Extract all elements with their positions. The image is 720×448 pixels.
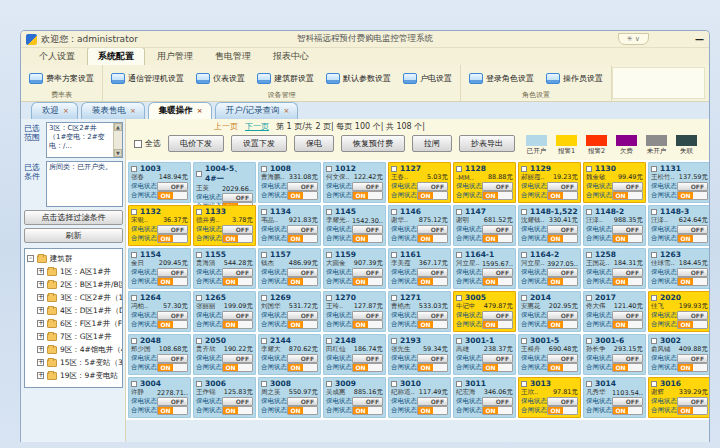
switch-toggle-on[interactable]: ON [222,320,253,329]
card-checkbox[interactable] [651,209,657,215]
menu-item-3[interactable]: 用户管理 [147,48,203,65]
protect-toggle-off[interactable]: OFF [157,311,188,320]
protect-toggle-off[interactable]: OFF [157,268,188,277]
card-checkbox[interactable] [391,381,397,387]
menu-item-5[interactable]: 报表中心 [263,48,319,65]
ribbon-button[interactable]: 户电设置 [401,72,454,85]
protect-toggle-off[interactable]: OFF [352,268,383,277]
card-checkbox[interactable] [586,252,592,258]
switch-toggle-on[interactable]: ON [482,277,513,286]
tab-2[interactable]: 装表售电× [81,102,145,119]
switch-toggle-on[interactable]: ON [352,234,383,243]
tree-node[interactable]: +15区：5#变站（3#变 [27,356,120,369]
protect-toggle-off[interactable]: OFF [287,182,318,191]
ribbon-button[interactable]: 通信管理机设置 [109,72,186,85]
switch-toggle-on[interactable]: ON [612,234,643,243]
protect-toggle-off[interactable]: OFF [287,397,318,406]
protect-toggle-off[interactable]: OFF [677,268,708,277]
protect-toggle-off[interactable]: OFF [222,193,253,202]
switch-toggle-on[interactable]: ON [547,234,578,243]
switch-toggle-on[interactable]: ON [352,191,383,200]
protect-toggle-off[interactable]: OFF [482,354,513,363]
card-checkbox[interactable] [586,338,592,344]
protect-toggle-off[interactable]: OFF [352,225,383,234]
selected-condition-listbox[interactable]: 房间类：已开户类。 [46,161,123,207]
window-style-control[interactable]: ✳ ∨ [618,33,649,45]
protect-toggle-off[interactable]: OFF [677,225,708,234]
card-checkbox[interactable] [326,166,332,172]
tab-4[interactable]: 开户/记录查询× [215,102,299,119]
tab-close-icon[interactable]: × [284,107,290,115]
tree-node[interactable]: +3区：C区2#井（1#变 [27,291,120,304]
protect-toggle-off[interactable]: OFF [612,354,643,363]
protect-toggle-off[interactable]: OFF [222,397,253,406]
card-checkbox[interactable] [261,166,267,172]
tab-close-icon[interactable]: × [130,107,136,115]
protect-toggle-off[interactable]: OFF [222,354,253,363]
switch-toggle-on[interactable]: ON [222,234,253,243]
card-checkbox[interactable] [196,252,202,258]
protect-toggle-off[interactable]: OFF [417,182,448,191]
tree-node[interactable]: +2区：B区1#井/B区1#井 [27,278,120,291]
switch-toggle-on[interactable]: ON [677,406,708,415]
next-page-link[interactable]: 下一页 [245,121,269,132]
card-checkbox[interactable] [261,209,267,215]
protect-toggle-off[interactable]: OFF [482,397,513,406]
card-checkbox[interactable] [521,295,527,301]
tree-node[interactable]: +9区：4#馆电井（4#馆 [27,343,120,356]
switch-toggle-on[interactable]: ON [677,234,708,243]
switch-toggle-on[interactable]: ON [482,191,513,200]
protect-toggle-off[interactable]: OFF [157,182,188,191]
menu-item-2[interactable]: 系统配置 [87,47,145,65]
switch-toggle-on[interactable]: ON [677,320,708,329]
switch-toggle-on[interactable]: ON [287,234,318,243]
ribbon-button[interactable]: 操作员设置 [544,72,605,85]
protect-toggle-off[interactable]: OFF [417,397,448,406]
switch-toggle-on[interactable]: ON [677,277,708,286]
switch-toggle-on[interactable]: ON [287,406,318,415]
card-checkbox[interactable] [196,338,202,344]
protect-toggle-off[interactable]: OFF [287,354,318,363]
protect-toggle-off[interactable]: OFF [417,268,448,277]
card-checkbox[interactable] [326,209,332,215]
ribbon-button[interactable]: 默认参数设置 [324,72,393,85]
protect-toggle-off[interactable]: OFF [547,182,578,191]
card-checkbox[interactable] [131,338,137,344]
switch-toggle-on[interactable]: ON [287,320,318,329]
switch-toggle-on[interactable]: ON [157,234,188,243]
card-checkbox[interactable] [196,295,202,301]
switch-toggle-on[interactable]: ON [482,363,513,372]
card-checkbox[interactable] [651,252,657,258]
switch-toggle-on[interactable]: ON [287,363,318,372]
protect-toggle-off[interactable]: OFF [677,354,708,363]
switch-toggle-on[interactable]: ON [547,363,578,372]
card-checkbox[interactable] [586,381,592,387]
tab-close-icon[interactable]: × [197,107,203,115]
card-checkbox[interactable] [326,252,332,258]
card-checkbox[interactable] [456,381,462,387]
card-checkbox[interactable] [651,166,657,172]
expand-icon[interactable]: + [37,307,44,314]
selected-range-listbox[interactable]: 3区：C区2#井（1#变电：2#变电：/... ▲ ▼ [46,122,123,158]
protect-toggle-off[interactable]: OFF [352,311,383,320]
switch-toggle-on[interactable]: ON [157,320,188,329]
tab-1[interactable]: 欢迎× [31,102,78,119]
protect-toggle-off[interactable]: OFF [352,354,383,363]
switch-toggle-on[interactable]: ON [352,363,383,372]
tab-close-icon[interactable]: × [63,107,69,115]
switch-toggle-on[interactable]: ON [612,320,643,329]
switch-toggle-on[interactable]: ON [612,406,643,415]
range-scrollbar[interactable]: ▲ ▼ [113,123,122,157]
switch-toggle-on[interactable]: ON [222,406,253,415]
switch-toggle-on[interactable]: ON [157,191,188,200]
card-checkbox[interactable] [131,295,137,301]
card-checkbox[interactable] [391,166,397,172]
switch-toggle-on[interactable]: ON [482,406,513,415]
switch-toggle-on[interactable]: ON [547,406,578,415]
switch-toggle-on[interactable]: ON [677,191,708,200]
expand-icon[interactable]: + [37,294,44,301]
toolbar-button-6[interactable]: 抄表导出 [459,135,515,152]
switch-toggle-on[interactable]: ON [417,320,448,329]
switch-toggle-on[interactable]: ON [612,363,643,372]
protect-toggle-off[interactable]: OFF [482,311,513,320]
